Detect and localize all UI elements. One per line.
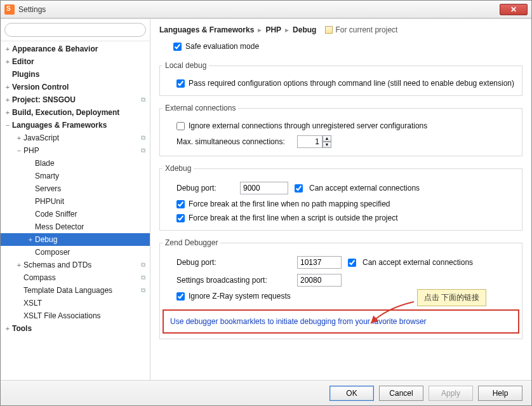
ignore-zray-label: Ignore Z-Ray system requests [189,292,291,301]
expander-icon[interactable]: + [3,109,12,116]
spin-down-button[interactable]: ▼ [323,142,331,148]
project-scope-icon: ⧉ [138,274,147,281]
ignore-external-label: Ignore external connections through unre… [189,121,427,130]
tree-item-project-snsgou[interactable]: +Project: SNSGOU⧉ [1,93,150,106]
help-button[interactable]: Help [478,386,522,401]
xdebug-accept-label: Can accept external connections [309,184,420,193]
ignore-zray-checkbox[interactable] [176,292,185,301]
zend-group: Zend Debugger Debug port: Can accept ext… [159,238,522,339]
expander-icon[interactable]: + [3,83,12,91]
expander-icon[interactable]: − [3,121,12,129]
tree-item-php[interactable]: −PHP⧉ [1,144,150,157]
max-conn-label: Max. simultaneous connections: [176,137,291,146]
xdebug-port-input[interactable] [240,182,288,194]
tree-item-label: Build, Execution, Deployment [12,108,138,117]
local-debug-legend: Local debug [163,61,209,70]
expander-icon[interactable]: + [3,325,12,332]
pass-config-checkbox[interactable] [176,79,185,88]
xdebug-accept-checkbox[interactable] [295,184,303,193]
zend-bcast-input[interactable] [297,274,342,287]
expander-icon[interactable]: + [15,134,23,142]
expander-icon[interactable]: + [3,45,12,53]
tree-item-label: Editor [12,57,138,66]
tree-item-build-execution-deployment[interactable]: +Build, Execution, Deployment [1,106,150,119]
ignore-external-checkbox[interactable] [176,122,185,130]
cancel-button[interactable]: Cancel [379,386,423,401]
crumb-php: PHP [265,25,281,34]
tree-item-languages-frameworks[interactable]: −Languages & Frameworks [1,119,150,132]
project-scope-icon: ⧉ [138,134,147,142]
expander-icon[interactable]: − [15,147,23,154]
zend-port-label: Debug port: [176,258,291,267]
zend-bcast-label: Settings broadcasting port: [176,276,291,285]
tree-item-debug[interactable]: +Debug [1,233,150,246]
tree-item-appearance-behavior[interactable]: +Appearance & Behavior [1,43,150,55]
tree-item-code-sniffer[interactable]: Code Sniffer [1,208,150,220]
search-input[interactable] [4,23,146,37]
tree-item-smarty[interactable]: Smarty [1,170,150,182]
tree-item-label: Tools [12,324,138,333]
tree-item-label: Compass [23,273,138,282]
window-titlebar: Settings ✕ [1,1,531,18]
tree-item-label: Composer [35,248,138,257]
tree-item-label: Template Data Languages [23,286,138,295]
tree-item-phpunit[interactable]: PHPUnit [1,195,150,208]
xdebug-group: Xdebug Debug port: Can accept external c… [159,164,522,231]
expander-icon[interactable]: + [3,58,12,65]
tree-item-label: JavaScript [23,133,138,142]
tree-item-label: Project: SNSGOU [12,95,138,104]
xdebug-legend: Xdebug [163,164,194,173]
for-current-project-label: For current project [325,25,397,34]
tree-item-plugins[interactable]: Plugins [1,68,150,81]
expander-icon[interactable]: + [15,261,23,269]
window-close-button[interactable]: ✕ [500,4,528,15]
max-conn-input[interactable] [297,135,323,148]
bookmarklet-link-highlight: 点击 下面的链接 Use debugger bookmarklets to in… [163,309,519,334]
tree-item-label: Languages & Frameworks [12,121,138,130]
tree-item-servers[interactable]: Servers [1,182,150,195]
tree-item-schemas-and-dtds[interactable]: +Schemas and DTDs⧉ [1,259,150,271]
tree-item-label: Schemas and DTDs [23,261,138,269]
zend-accept-checkbox[interactable] [348,259,356,267]
crumb-debug: Debug [293,25,316,34]
tree-item-label: Servers [35,184,138,193]
ok-button[interactable]: OK [329,386,374,401]
tree-item-label: Plugins [12,70,138,79]
apply-button[interactable]: Apply [429,386,473,401]
annotation-arrow-icon [367,299,416,326]
settings-tree[interactable]: +Appearance & Behavior+EditorPlugins+Ver… [1,41,150,380]
zend-port-input[interactable] [297,256,342,269]
tree-item-version-control[interactable]: +Version Control [1,81,150,93]
safe-eval-label: Safe evaluation mode [185,42,259,51]
tree-item-editor[interactable]: +Editor [1,55,150,68]
max-conn-stepper[interactable]: ▲▼ [297,135,331,148]
tree-item-xslt-file-associations[interactable]: XSLT File Associations [1,309,150,322]
xdebug-port-label: Debug port: [176,184,234,193]
project-icon [325,26,333,34]
tree-item-label: Mess Detector [35,222,138,231]
chevron-right-icon: ▸ [285,25,289,34]
zend-legend: Zend Debugger [163,238,220,247]
force-break-outside-checkbox[interactable] [176,214,185,222]
tree-item-javascript[interactable]: +JavaScript⧉ [1,132,150,144]
tree-item-template-data-languages[interactable]: Template Data Languages⧉ [1,284,150,297]
safe-eval-checkbox[interactable] [173,43,182,51]
tree-item-composer[interactable]: Composer [1,246,150,259]
tree-item-label: Smarty [35,172,138,180]
tree-item-compass[interactable]: Compass⧉ [1,271,150,284]
expander-icon[interactable]: + [3,96,12,104]
external-legend: External connections [163,104,238,112]
tree-item-xslt[interactable]: XSLT [1,297,150,309]
tree-item-label: Code Sniffer [35,210,138,219]
settings-sidebar: +Appearance & Behavior+EditorPlugins+Ver… [1,19,150,380]
force-break-nopath-checkbox[interactable] [176,200,185,208]
tree-item-tools[interactable]: +Tools [1,322,150,335]
tree-item-blade[interactable]: Blade [1,157,150,170]
window-title: Settings [18,5,500,14]
tree-item-label: XSLT [23,299,138,308]
dialog-footer: OK Cancel Apply Help [1,380,531,405]
external-connections-group: External connections Ignore external con… [159,104,522,156]
expander-icon[interactable]: + [26,236,35,243]
spin-up-button[interactable]: ▲ [323,135,331,142]
tree-item-mess-detector[interactable]: Mess Detector [1,220,150,233]
